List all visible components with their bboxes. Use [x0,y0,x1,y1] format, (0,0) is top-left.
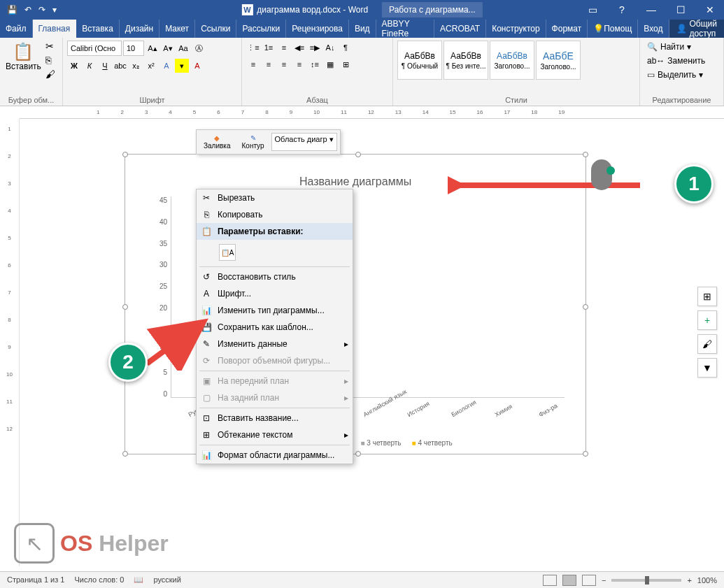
undo-icon[interactable]: ↶ [24,5,31,15]
style-heading1[interactable]: АаБбВв Заголово... [490,41,534,80]
paste-button[interactable]: 📋 Вставить [4,41,43,73]
chart-filters-icon[interactable]: ▼ [697,358,717,378]
redo-icon[interactable]: ↷ [38,5,45,15]
align-center-icon[interactable]: ≡ [262,57,276,71]
tab-layout[interactable]: Макет [159,20,195,38]
menu-wrap-text[interactable]: ⊞Обтекание текстом▸ [197,426,353,443]
zoom-out-icon[interactable]: − [602,576,606,585]
tab-insert[interactable]: Вставка [76,20,120,38]
style-heading2[interactable]: АаБбЕ Заголово... [536,41,581,80]
text-effects-icon[interactable]: A [159,59,173,73]
justify-icon[interactable]: ≡ [292,57,306,71]
superscript-icon[interactable]: x² [144,59,158,73]
resize-handle-ml[interactable] [122,304,128,310]
signin[interactable]: Вход [638,20,669,38]
underline-button[interactable]: Ч [98,59,112,73]
style-normal[interactable]: АаБбВв ¶ Обычный [397,41,442,80]
spellcheck-icon[interactable]: 📖 [134,575,143,585]
resize-handle-tl[interactable] [122,152,128,157]
paste-option-1[interactable]: 📋A [219,244,236,261]
tab-mailings[interactable]: Рассылки [236,20,286,38]
style-nospacing[interactable]: АаБбВв ¶ Без инте... [443,41,488,80]
tab-view[interactable]: Вид [349,20,376,38]
zoom-level[interactable]: 100% [697,576,717,585]
resize-handle-tm[interactable] [355,152,361,157]
menu-format-chart-area[interactable]: 📊Формат области диаграммы... [197,447,353,464]
bold-button[interactable]: Ж [67,59,81,73]
help-icon[interactable]: ? [608,0,636,20]
read-mode-icon[interactable] [543,575,557,586]
ribbon-options-icon[interactable]: ▭ [579,0,606,20]
cut-icon[interactable]: ✂ [45,41,55,52]
line-spacing-icon[interactable]: ↕≡ [308,57,322,71]
word-count[interactable]: Число слов: 0 [74,575,124,585]
change-case-icon[interactable]: Aa [176,41,190,55]
web-layout-icon[interactable] [582,575,596,586]
select-button[interactable]: ▭ Выделить ▾ [644,69,708,81]
zoom-in-icon[interactable]: + [687,576,691,585]
fill-button[interactable]: ◆ Заливка [199,133,235,151]
shading-icon[interactable]: ▦ [323,57,337,71]
maximize-icon[interactable]: ☐ [667,0,695,20]
qat-dropdown-icon[interactable]: ▾ [52,5,57,15]
page-indicator[interactable]: Страница 1 из 1 [7,575,64,585]
chart-tools-tab[interactable]: Работа с диаграмма... [382,2,483,17]
align-right-icon[interactable]: ≡ [277,57,291,71]
zoom-slider[interactable] [611,579,681,582]
tab-acrobat[interactable]: ACROBAT [434,20,486,38]
numbering-icon[interactable]: 1≡ [262,41,276,55]
font-name-combo[interactable]: Calibri (Осно [67,41,122,56]
close-icon[interactable]: ✕ [696,0,724,20]
tab-chart-format[interactable]: Формат [546,20,588,38]
tab-abbyy[interactable]: ABBYY FineRe [376,20,434,38]
tab-home[interactable]: Главная [33,20,77,38]
resize-handle-bm[interactable] [355,451,361,457]
replace-button[interactable]: ab↔ Заменить [644,55,708,67]
resize-handle-mr[interactable] [583,304,588,310]
menu-save-template[interactable]: 💾Сохранить как шаблон... [197,319,353,336]
shrink-font-icon[interactable]: A▾ [161,41,175,55]
subscript-icon[interactable]: x₂ [129,59,143,73]
find-button[interactable]: 🔍 Найти ▾ [644,41,708,53]
print-layout-icon[interactable] [562,575,576,586]
chart-element-combo[interactable]: Область диагр ▾ [271,133,337,151]
share-button[interactable]: 👤 Общий доступ [669,20,725,38]
resize-handle-tr[interactable] [583,152,588,157]
highlight-icon[interactable]: ▾ [175,59,189,73]
tab-references[interactable]: Ссылки [195,20,236,38]
resize-handle-br[interactable] [583,451,588,457]
show-marks-icon[interactable]: ¶ [339,41,353,55]
menu-insert-caption[interactable]: ⊡Вставить название... [197,410,353,426]
copy-icon[interactable]: ⎘ [45,55,55,66]
strikethrough-icon[interactable]: abc [113,59,127,73]
language-indicator[interactable]: русский [153,575,180,585]
bullets-icon[interactable]: ⋮≡ [246,41,260,55]
tab-file[interactable]: Файл [0,20,33,38]
menu-font[interactable]: AШрифт... [197,285,353,302]
menu-edit-data[interactable]: ✎Изменить данные▸ [197,336,353,352]
tell-me[interactable]: 💡 Помощ [588,20,638,38]
borders-icon[interactable]: ⊞ [339,57,353,71]
style-gallery[interactable]: АаБбВв ¶ Обычный АаБбВв ¶ Без инте... Аа… [397,41,581,80]
layout-options-icon[interactable]: ⊞ [697,287,717,306]
chart-elements-icon[interactable]: + [697,310,717,330]
decrease-indent-icon[interactable]: ◀≡ [292,41,306,55]
clear-format-icon[interactable]: Ⓐ [192,41,206,55]
tab-design[interactable]: Дизайн [120,20,159,38]
format-painter-icon[interactable]: 🖌 [45,69,55,80]
menu-cut[interactable]: ✂Вырезать [197,189,353,206]
vertical-ruler[interactable]: 123456789101112 [0,119,20,566]
sort-icon[interactable]: A↓ [323,41,337,55]
menu-change-chart-type[interactable]: 📊Изменить тип диаграммы... [197,302,353,319]
menu-reset-style[interactable]: ↺Восстановить стиль [197,268,353,285]
menu-copy[interactable]: ⎘Копировать [197,206,353,223]
outline-button[interactable]: ✎ Контур [238,133,269,151]
multilevel-icon[interactable]: ≡ [277,41,291,55]
grow-font-icon[interactable]: A▴ [145,41,159,55]
tab-chart-design[interactable]: Конструктор [486,20,546,38]
increase-indent-icon[interactable]: ≡▶ [308,41,322,55]
font-size-combo[interactable]: 10 [123,41,144,56]
tab-review[interactable]: Рецензирова [286,20,349,38]
italic-button[interactable]: К [83,59,97,73]
horizontal-ruler[interactable]: 12345678910111213141516171819 [20,106,724,119]
